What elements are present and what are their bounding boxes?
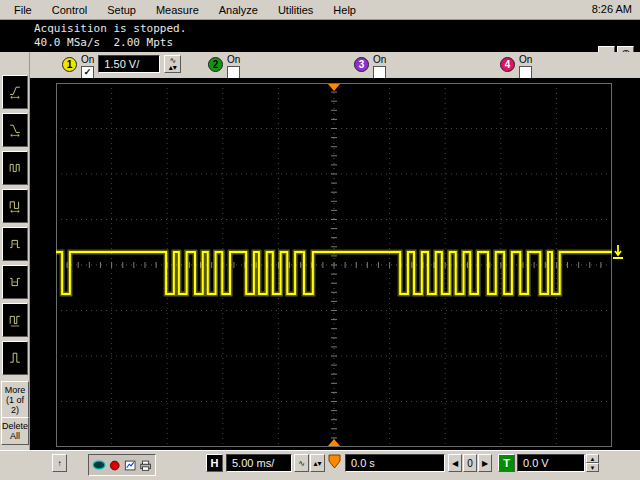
menu-item-file[interactable]: File [4,2,42,18]
level-up-button[interactable]: ▲ [586,454,599,463]
positive-width-icon [9,232,21,256]
level-down-button[interactable]: ▼ [586,463,599,472]
negative-width-icon [9,270,21,294]
channel-controls-row: 1 On ✓ 1.50 V/ ∿ ▴▾ 2 On 3 On [30,52,640,78]
menu-item-utilities[interactable]: Utilities [268,2,323,18]
stop-record-icon[interactable] [109,459,120,472]
trigger-setup-button[interactable]: T [498,454,515,472]
channel-2-on-block: On [227,55,240,79]
menu-bar: File Control Setup Measure Analyze Utili… [0,0,640,20]
trigger-level-spinner: ▲ ▼ [586,454,599,472]
measure-fall-time-button[interactable] [2,113,28,147]
measure-period-button[interactable] [2,189,28,223]
rise-time-icon [9,80,21,104]
check-icon: ✓ [84,68,92,77]
channel-1-scale-field[interactable]: 1.50 V/ [98,55,160,73]
amplitude-icon [9,346,21,370]
spin-down-icon: ▼ [590,465,596,471]
fall-time-icon [9,118,21,142]
acquisition-status: Acquisition is stopped. [34,22,186,35]
channel-1-on-label: On [81,55,94,65]
quick-measure-icon[interactable] [124,459,136,472]
channel-3-on-label: On [373,55,386,65]
menu-item-setup[interactable]: Setup [97,2,146,18]
measure-duty-cycle-button[interactable] [2,303,28,337]
sample-rate-memory: 40.0 MSa/s 2.00 Mpts [34,36,173,49]
more-label-line1: More [2,385,28,395]
delay-right-button[interactable]: ▶ [478,454,492,472]
delay-left-button[interactable]: ◀ [448,454,462,472]
channel-1-controls: 1 On ✓ 1.50 V/ ∿ ▴▾ [62,55,181,79]
channel-1-on-block: On ✓ [81,55,94,79]
menu-item-help[interactable]: Help [323,2,366,18]
oscilloscope-app: File Control Setup Measure Analyze Utili… [0,0,640,480]
period-icon [9,194,21,218]
clock: 8:26 AM [592,3,632,15]
frequency-icon [9,156,21,180]
channel-2-button[interactable]: 2 [208,57,223,72]
channel-3-controls: 3 On [354,55,386,79]
channel-1-position-marker[interactable] [610,244,626,262]
left-arrow-icon: ◀ [452,459,458,468]
trigger-position-icon[interactable] [328,454,341,469]
channel-4-on-label: On [519,55,532,65]
menu-item-analyze[interactable]: Analyze [209,2,268,18]
channel-2-on-label: On [227,55,240,65]
delay-zero-button[interactable]: 0 [463,454,477,472]
delete-label-line2: All [2,431,28,441]
channel-1-button[interactable]: 1 [62,57,77,72]
right-arrow-icon: ▶ [482,459,488,468]
measure-toolbar: More (1 of 2) Delete All [0,52,30,480]
measure-rise-time-button[interactable] [2,75,28,109]
channel-4-button[interactable]: 4 [500,57,515,72]
updown-arrows-icon: ▴▾ [313,459,321,468]
status-band: Acquisition is stopped. 40.0 MSa/s 2.00 … [0,20,640,52]
channel-4-on-block: On [519,55,532,79]
timebase-fine-button[interactable]: ▴▾ [310,454,325,472]
arrow-up-icon: ↑ [58,459,62,468]
measure-amplitude-button[interactable] [2,341,28,375]
measure-negative-width-button[interactable] [2,265,28,299]
channel-4-controls: 4 On [500,55,532,79]
quick-action-tray [88,454,156,476]
measure-positive-width-button[interactable] [2,227,28,261]
wave-icon: ∿ [298,459,305,468]
channel-1-scale-adjust-button[interactable]: ∿ ▴▾ [164,55,181,73]
waveform-area [30,78,640,450]
menu-item-measure[interactable]: Measure [146,2,209,18]
duty-cycle-icon [9,308,21,332]
spin-up-icon: ▲ [590,456,596,462]
more-measurements-button[interactable]: More (1 of 2) [1,381,29,419]
timebase-field[interactable]: 5.00 ms/ [226,454,292,472]
print-icon[interactable] [139,459,152,472]
trigger-level-field[interactable]: 0.0 V [517,454,585,472]
delete-label-line1: Delete [2,421,28,431]
channel-3-on-block: On [373,55,386,79]
more-label-line2: (1 of 2) [2,395,28,415]
timebase-coarse-button[interactable]: ∿ [294,454,309,472]
channel-2-controls: 2 On [208,55,240,79]
touch-icon[interactable] [92,459,106,471]
delete-all-button[interactable]: Delete All [1,417,29,445]
measure-frequency-button[interactable] [2,151,28,185]
trigger-delay-field[interactable]: 0.0 s [345,454,445,472]
horizontal-trigger-bar: ↑ H 5.00 ms/ ∿ ▴▾ [0,450,640,480]
updown-arrows-icon: ▴▾ [169,64,177,71]
channel-3-button[interactable]: 3 [354,57,369,72]
scope-display[interactable] [56,83,612,447]
menu-item-control[interactable]: Control [42,2,97,18]
horizontal-setup-button[interactable]: H [206,454,223,472]
trigger-slope-button[interactable]: ↑ [52,454,67,472]
